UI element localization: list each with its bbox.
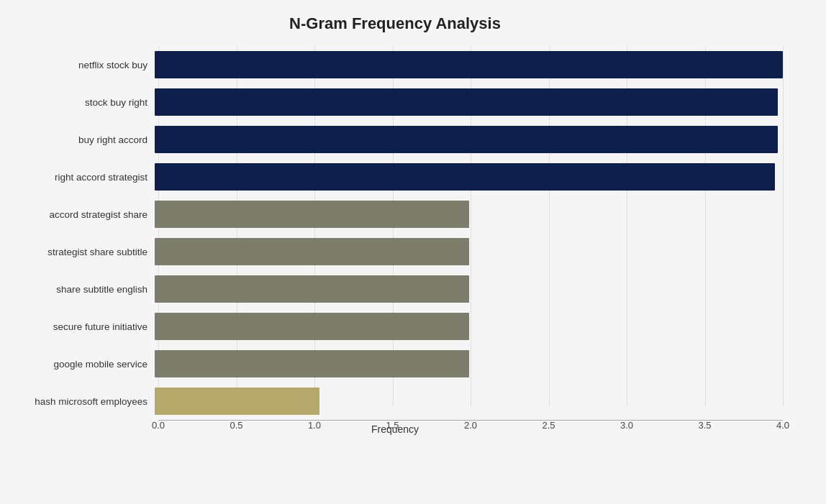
chart-container: N-Gram Frequency Analysis netflix stock … [0, 0, 826, 504]
bar-fill [155, 313, 469, 340]
grid-line [783, 46, 784, 406]
bar-track [155, 350, 783, 377]
bar-label: buy right accord [7, 134, 155, 145]
bar-label: share subtitle english [7, 284, 155, 295]
bar-row: secure future initiative [7, 308, 783, 345]
x-tick: 1.0 [308, 420, 321, 431]
bar-track [155, 275, 783, 303]
bar-row: netflix stock buy [7, 46, 783, 83]
bar-track [155, 51, 783, 78]
bar-label: hash microsoft employees [7, 396, 155, 407]
bars-area: netflix stock buystock buy rightbuy righ… [7, 46, 783, 420]
bar-track [155, 88, 783, 116]
bar-row: share subtitle english [7, 270, 783, 308]
x-tick: 2.5 [542, 420, 555, 431]
bar-fill [155, 350, 469, 377]
bar-track [155, 201, 783, 228]
bar-row: hash microsoft employees [7, 382, 783, 420]
bar-label: google mobile service [7, 359, 155, 370]
x-ticks-row: 0.00.51.01.52.02.53.03.54.0 [158, 420, 783, 422]
bar-label: right accord strategist [7, 172, 155, 183]
x-tick: 3.5 [698, 420, 711, 431]
bar-track [155, 238, 783, 265]
x-tick: 4.0 [776, 420, 789, 431]
bar-track [155, 126, 783, 153]
x-tick: 2.0 [464, 420, 477, 431]
bar-track [155, 313, 783, 340]
x-tick: 0.5 [230, 420, 242, 431]
bar-label: strategist share subtitle [7, 247, 155, 257]
bar-fill [155, 201, 469, 228]
bar-row: right accord strategist [7, 158, 783, 196]
bar-label: secure future initiative [7, 321, 155, 332]
bar-track [155, 388, 783, 415]
chart-area: netflix stock buystock buy rightbuy righ… [7, 46, 783, 435]
bar-row: buy right accord [7, 121, 783, 158]
x-tick: 3.0 [620, 420, 633, 431]
x-tick: 1.5 [386, 420, 399, 431]
bar-fill [155, 388, 319, 415]
bar-label: netflix stock buy [7, 60, 155, 70]
bar-fill [155, 51, 783, 78]
bar-label: stock buy right [7, 97, 155, 108]
bar-fill [155, 275, 469, 303]
bar-fill [155, 163, 775, 191]
bar-fill [155, 88, 778, 116]
bar-label: accord strategist share [7, 209, 155, 220]
bar-fill [155, 238, 469, 265]
bar-track [155, 163, 783, 191]
bar-fill [155, 126, 778, 153]
bar-row: stock buy right [7, 83, 783, 121]
bar-row: strategist share subtitle [7, 233, 783, 270]
x-tick: 0.0 [152, 420, 165, 431]
bar-row: google mobile service [7, 345, 783, 382]
chart-title: N-Gram Frequency Analysis [7, 14, 783, 33]
bar-row: accord strategist share [7, 196, 783, 233]
